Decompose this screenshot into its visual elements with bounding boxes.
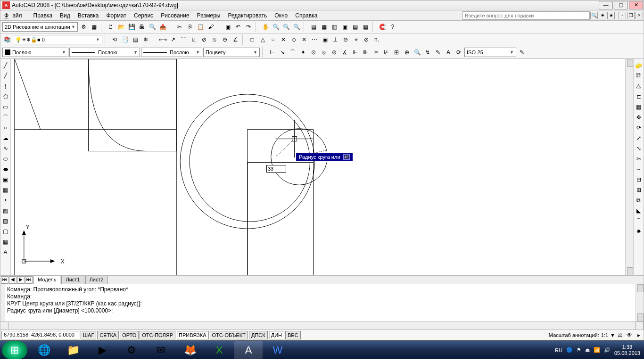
- layer-state-icon[interactable]: 📑: [120, 35, 130, 44]
- anno-visibility-icon[interactable]: 👁: [625, 330, 634, 340]
- taskbar-hp-icon[interactable]: ⚙: [117, 341, 146, 359]
- tab-sheet1[interactable]: Лист1: [61, 276, 84, 284]
- join-icon[interactable]: ⧉: [634, 196, 644, 205]
- taskbar-media-icon[interactable]: ▶: [88, 341, 116, 359]
- zoom-window-icon[interactable]: 🔍: [281, 22, 291, 32]
- lineweight-combo[interactable]: Послою▼: [141, 48, 202, 57]
- insert-block-icon[interactable]: ▣: [1, 175, 10, 184]
- array-icon[interactable]: ▦: [634, 102, 644, 112]
- menu-dimensions[interactable]: Размеры: [193, 12, 224, 19]
- taskbar-explorer-icon[interactable]: 📁: [59, 341, 87, 359]
- dimstyle-combo[interactable]: ISO-25▼: [464, 48, 516, 57]
- hatch-icon[interactable]: ▨: [1, 206, 10, 215]
- dim-radius-icon[interactable]: ⊘: [199, 35, 209, 44]
- tab-next-icon[interactable]: ▶: [17, 276, 25, 284]
- menu-modify[interactable]: Редактировать: [224, 12, 271, 19]
- toggle-dyn[interactable]: ДИН: [269, 331, 284, 339]
- taskbar-mail-icon[interactable]: ✉: [147, 341, 175, 359]
- dim-space-icon[interactable]: ⊫: [371, 48, 380, 57]
- mtext-icon[interactable]: A: [1, 247, 10, 257]
- drawing-canvas[interactable]: X Y Радиус круга или↵: [11, 59, 625, 275]
- xline-icon[interactable]: ╱: [1, 71, 10, 81]
- mdi-restore[interactable]: ❐: [627, 12, 635, 19]
- pline-icon[interactable]: ⦚: [1, 82, 10, 91]
- dim-linear-icon[interactable]: ⟷: [158, 35, 167, 44]
- dim-rad2-icon[interactable]: ⊙: [309, 48, 318, 57]
- region-icon[interactable]: ▢: [1, 227, 10, 236]
- cut-icon[interactable]: ✂: [175, 22, 184, 32]
- menu-help[interactable]: Справка: [291, 12, 321, 19]
- color-combo[interactable]: Послою▼: [2, 48, 68, 57]
- menu-file[interactable]: Файл: [0, 12, 30, 19]
- constraint-icon[interactable]: 🧲: [378, 22, 387, 32]
- osnap-int-icon[interactable]: ✕: [299, 35, 309, 44]
- osnap-center-icon[interactable]: ○: [268, 35, 278, 44]
- toggle-osnap[interactable]: ПРИВЯЗКА: [176, 331, 208, 339]
- dynamic-input[interactable]: [266, 165, 286, 173]
- ellipse-arc-icon[interactable]: ⬬: [1, 165, 10, 174]
- revcloud-icon[interactable]: ☁: [1, 133, 10, 143]
- dim-jog2-icon[interactable]: ⦸: [319, 48, 329, 57]
- scale-icon[interactable]: ⤢: [634, 133, 644, 143]
- erase-icon[interactable]: 🧽: [634, 61, 644, 70]
- dim-linear2-icon[interactable]: ↘: [278, 48, 287, 57]
- help-icon[interactable]: ?: [388, 22, 397, 32]
- new-icon[interactable]: 🗋: [106, 22, 116, 32]
- linetype-combo[interactable]: Послою▼: [69, 48, 140, 57]
- dimstyle-manager-icon[interactable]: ✎: [517, 48, 527, 57]
- comm-center-icon[interactable]: ✷: [599, 12, 606, 19]
- center-mark-icon[interactable]: ⊕: [402, 48, 412, 57]
- copy-obj-icon[interactable]: ⿻: [634, 71, 644, 81]
- tray-clock[interactable]: 1:3305.08.2013: [614, 344, 640, 356]
- dim-tedit-icon[interactable]: A: [444, 48, 453, 57]
- match-prop-icon[interactable]: 🖌: [206, 22, 215, 32]
- mdi-minimize[interactable]: -: [619, 12, 626, 19]
- tray-action-center-icon[interactable]: ⚑: [577, 347, 581, 353]
- dim-break-icon[interactable]: ⊬: [381, 48, 391, 57]
- mdi-close[interactable]: ×: [636, 12, 643, 19]
- dim-aligned-icon[interactable]: ↗: [168, 35, 178, 44]
- break-point-icon[interactable]: ⊟: [634, 175, 644, 184]
- dim-ordinate-icon[interactable]: ⟀: [189, 35, 198, 44]
- toggle-ducs[interactable]: ДПСК: [249, 331, 268, 339]
- spline-icon[interactable]: ∿: [1, 144, 10, 153]
- tab-last-icon[interactable]: ⏭: [25, 276, 33, 284]
- inspect-icon[interactable]: 🔍: [413, 48, 422, 57]
- offset-icon[interactable]: ⊏: [634, 92, 644, 101]
- layer-freeze-icon[interactable]: ❄: [141, 35, 150, 44]
- layer-iso-icon[interactable]: ▤: [131, 35, 140, 44]
- tab-prev-icon[interactable]: ◀: [9, 276, 17, 284]
- dim-dia2-icon[interactable]: ⊘: [330, 48, 339, 57]
- dim-edit-icon[interactable]: ✎: [433, 48, 443, 57]
- move-icon[interactable]: ✥: [634, 113, 644, 122]
- redo-icon[interactable]: ↷: [244, 22, 253, 32]
- annoscale-value[interactable]: 1:1: [601, 332, 608, 338]
- menu-format[interactable]: Формат: [102, 12, 130, 19]
- canvas-scrollbar-vertical[interactable]: [625, 59, 633, 275]
- arc-icon[interactable]: ⌒: [1, 113, 10, 122]
- toggle-otrack[interactable]: ОТС-ОБЪЕКТ: [210, 331, 248, 339]
- sheet-set-icon[interactable]: ▣: [340, 22, 349, 32]
- osnap-perp-icon[interactable]: ⊥: [330, 35, 340, 44]
- menu-window[interactable]: Окно: [271, 12, 291, 19]
- close-button[interactable]: ✕: [629, 1, 643, 9]
- menu-draw[interactable]: Рисование: [157, 12, 193, 19]
- paste-icon[interactable]: 📋: [196, 22, 205, 32]
- tray-safely-remove-icon[interactable]: ⏏: [585, 347, 590, 353]
- dim-ord2-icon[interactable]: ✦: [298, 48, 308, 57]
- help-search-go[interactable]: 🔍: [590, 12, 598, 19]
- rectangle-icon[interactable]: ▭: [1, 102, 10, 112]
- osnap-quad-icon[interactable]: ◇: [289, 35, 298, 44]
- fillet-icon[interactable]: ⌒: [634, 216, 644, 226]
- markup-icon[interactable]: ▤: [350, 22, 360, 32]
- taskbar-autocad-icon[interactable]: A: [234, 341, 263, 359]
- toggle-grid[interactable]: СЕТКА: [97, 331, 119, 339]
- menu-view[interactable]: Вид: [56, 12, 74, 19]
- make-block-icon[interactable]: ▦: [1, 185, 10, 195]
- tab-model[interactable]: Модель: [33, 276, 60, 284]
- osnap-tan-icon[interactable]: ⊖: [341, 35, 350, 44]
- osnap-ins-icon[interactable]: ▣: [320, 35, 330, 44]
- break-icon[interactable]: ⊞: [634, 185, 644, 195]
- stretch-icon[interactable]: ⤡: [634, 144, 644, 153]
- coordinates-readout[interactable]: 6790.8158, 4261.8498, 0.0000: [1, 331, 79, 339]
